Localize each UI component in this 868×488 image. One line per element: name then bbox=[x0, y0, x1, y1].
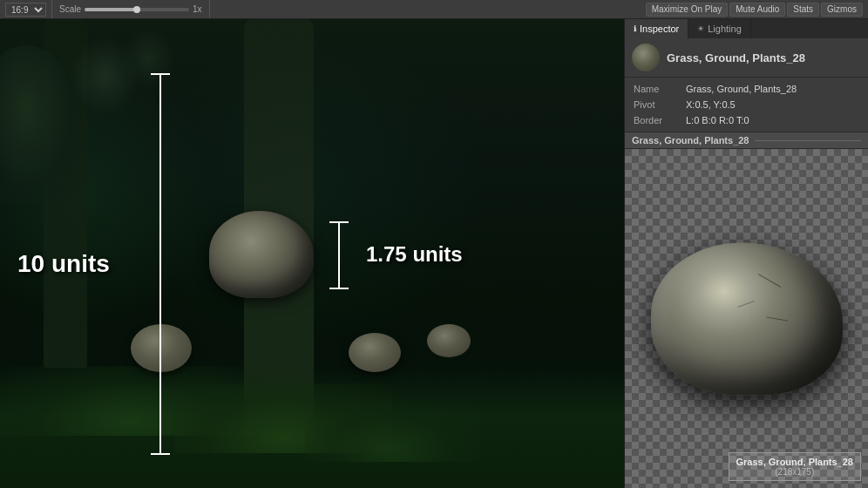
section-title: Grass, Ground, Plants_28 bbox=[632, 135, 749, 146]
rock-crack-1 bbox=[757, 274, 780, 288]
mute-audio-button[interactable]: Mute Audio bbox=[729, 3, 785, 17]
measure-left-label: 10 units bbox=[17, 250, 110, 278]
properties-table: Name Grass, Ground, Plants_28 Pivot X:0.… bbox=[625, 78, 868, 132]
measure-vert-bottom-cap bbox=[151, 453, 170, 455]
maximize-on-play-button[interactable]: Maximize On Play bbox=[646, 3, 729, 17]
content-area: 10 units 1.75 units ℹ Inspector ☀ Lighti… bbox=[0, 19, 868, 488]
prop-name-label: Name bbox=[634, 84, 686, 94]
lighting-tab-icon: ☀ bbox=[697, 24, 704, 33]
toolbar-scale-section: Scale 1x bbox=[52, 0, 210, 18]
rock-small-1 bbox=[131, 324, 192, 372]
tab-lighting-label: Lighting bbox=[708, 24, 742, 34]
gizmos-button[interactable]: Gizmos bbox=[821, 3, 863, 17]
prop-name-value: Grass, Ground, Plants_28 bbox=[686, 84, 797, 94]
inspector-tab-icon: ℹ bbox=[634, 24, 636, 33]
asset-preview: Grass, Ground, Plants_28 (218x175) bbox=[625, 149, 868, 488]
measure-small-bottom-cap bbox=[329, 288, 349, 289]
asset-name-header: Grass, Ground, Plants_28 bbox=[667, 51, 805, 64]
grass-patch-3 bbox=[305, 401, 479, 462]
tab-inspector[interactable]: ℹ Inspector bbox=[625, 19, 688, 38]
toolbar-right: Maximize On Play Mute Audio Stats Gizmos bbox=[641, 3, 868, 17]
measure-vertical-line bbox=[159, 73, 161, 455]
stats-button[interactable]: Stats bbox=[787, 3, 819, 17]
asset-header: Grass, Ground, Plants_28 bbox=[625, 38, 868, 78]
game-view[interactable]: 10 units 1.75 units bbox=[0, 19, 624, 488]
measure-small-top-cap bbox=[329, 221, 349, 223]
asset-label-name: Grass, Ground, Plants_28 bbox=[736, 457, 854, 467]
aspect-ratio-select[interactable]: 16:9 4:3 Free bbox=[5, 3, 46, 17]
rock-small-3 bbox=[427, 324, 471, 357]
prop-row-border: Border L:0 B:0 R:0 T:0 bbox=[625, 112, 868, 128]
tab-lighting[interactable]: ☀ Lighting bbox=[688, 19, 751, 38]
prop-row-pivot: Pivot X:0.5, Y:0.5 bbox=[625, 97, 868, 112]
measure-small-vertical-line bbox=[338, 221, 340, 289]
bg-spore-2 bbox=[122, 28, 174, 89]
toolbar-left: 16:9 4:3 Free bbox=[0, 0, 52, 18]
rock-crack-3 bbox=[766, 316, 788, 321]
game-canvas: 10 units 1.75 units bbox=[0, 19, 624, 488]
rock-crack-2 bbox=[737, 301, 754, 308]
prop-pivot-value: X:0.5, Y:0.5 bbox=[686, 99, 736, 110]
prop-pivot-label: Pivot bbox=[634, 99, 686, 110]
tab-inspector-label: Inspector bbox=[640, 24, 679, 34]
app-window: 16:9 4:3 Free Scale 1x Maximize On Play … bbox=[0, 0, 868, 488]
scale-label: Scale bbox=[59, 4, 81, 14]
toolbar: 16:9 4:3 Free Scale 1x Maximize On Play … bbox=[0, 0, 868, 19]
asset-thumbnail-small bbox=[632, 44, 660, 71]
scale-slider[interactable] bbox=[85, 8, 189, 11]
rock-main bbox=[209, 211, 314, 298]
inspector-panel: ℹ Inspector ☀ Lighting Grass, Ground, Pl… bbox=[624, 19, 868, 488]
measure-vert-top-cap bbox=[151, 73, 170, 75]
section-line bbox=[755, 140, 862, 141]
rock-small-2 bbox=[349, 333, 401, 372]
measure-small-label: 1.75 units bbox=[366, 242, 463, 267]
prop-border-label: Border bbox=[634, 115, 686, 125]
asset-label-bottom: Grass, Ground, Plants_28 (218x175) bbox=[729, 452, 862, 481]
prop-row-name: Name Grass, Ground, Plants_28 bbox=[625, 81, 868, 97]
section-header: Grass, Ground, Plants_28 bbox=[625, 132, 868, 149]
scale-value: 1x bbox=[193, 4, 202, 14]
prop-border-value: L:0 B:0 R:0 T:0 bbox=[686, 115, 749, 125]
asset-label-size: (218x175) bbox=[736, 467, 854, 477]
panel-tabs: ℹ Inspector ☀ Lighting bbox=[625, 19, 868, 38]
